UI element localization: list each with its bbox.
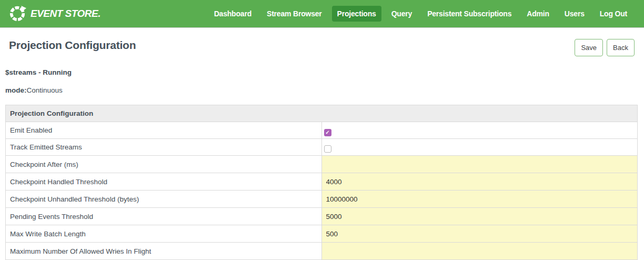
table-row: Pending Events Threshold bbox=[6, 208, 638, 225]
table-row: Checkpoint Unhandled Threshold (bytes) bbox=[6, 191, 638, 208]
pending-events-threshold-input[interactable] bbox=[322, 208, 638, 225]
emit-enabled-value-cell: ✓ bbox=[321, 122, 638, 139]
checkpoint-unhandled-threshold-bytes-input[interactable] bbox=[322, 191, 638, 207]
nav-item-query[interactable]: Query bbox=[386, 6, 417, 22]
pending-events-threshold-value-cell bbox=[321, 208, 638, 225]
table-row: Max Write Batch Length bbox=[6, 225, 638, 243]
nav-item-log-out[interactable]: Log Out bbox=[595, 6, 632, 22]
checkpoint-handled-threshold-value-cell bbox=[321, 173, 638, 191]
mode-line: mode:Continuous bbox=[5, 86, 644, 94]
table-row: Emit Enabled✓ bbox=[6, 122, 638, 139]
checkpoint-after-ms-value-cell bbox=[321, 156, 638, 173]
nav-item-projections[interactable]: Projections bbox=[332, 6, 381, 22]
nav-item-users[interactable]: Users bbox=[559, 6, 590, 22]
table-header: Projection Configuration bbox=[6, 105, 638, 122]
checkpoint-handled-threshold-input[interactable] bbox=[322, 173, 638, 190]
maximum-number-of-allowed-wries-in-flight-input[interactable] bbox=[322, 243, 638, 259]
emit-enabled-label: Emit Enabled bbox=[6, 122, 322, 139]
nav-items: DashboardStream BrowserProjectionsQueryP… bbox=[209, 6, 632, 22]
event-store-logo[interactable]: EVENT STORE. bbox=[8, 5, 100, 23]
max-write-batch-length-value-cell bbox=[321, 225, 638, 243]
table-row: Maximum Number Of Allowed Wries In Fligh… bbox=[6, 243, 638, 260]
logo-text: EVENT STORE. bbox=[31, 8, 100, 19]
maximum-number-of-allowed-wries-in-flight-value-cell bbox=[321, 243, 638, 260]
pending-events-threshold-label: Pending Events Threshold bbox=[6, 208, 322, 225]
mode-label: mode: bbox=[5, 86, 27, 94]
nav-item-admin[interactable]: Admin bbox=[521, 6, 555, 22]
nav-item-dashboard[interactable]: Dashboard bbox=[209, 6, 257, 22]
emit-enabled-checkbox[interactable]: ✓ bbox=[324, 129, 331, 136]
nav-item-stream-browser[interactable]: Stream Browser bbox=[261, 6, 327, 22]
track-emitted-streams-checkbox[interactable] bbox=[324, 145, 331, 153]
projection-status: $streams - Running bbox=[5, 68, 644, 76]
nav-item-persistent-subscriptions[interactable]: Persistent Subscriptions bbox=[422, 6, 517, 22]
checkpoint-unhandled-threshold-bytes-label: Checkpoint Unhandled Threshold (bytes) bbox=[6, 191, 322, 208]
table-row: Checkpoint Handled Threshold bbox=[6, 173, 638, 191]
track-emitted-streams-value-cell bbox=[321, 139, 638, 156]
projection-configuration-table: Projection Configuration Emit Enabled✓Tr… bbox=[5, 105, 638, 260]
table-header-row: Projection Configuration bbox=[6, 105, 638, 122]
max-write-batch-length-label: Max Write Batch Length bbox=[6, 225, 322, 243]
save-button[interactable]: Save bbox=[575, 39, 603, 56]
checkpoint-after-ms-input[interactable] bbox=[322, 156, 638, 173]
checkpoint-after-ms-label: Checkpoint After (ms) bbox=[6, 156, 322, 173]
navbar: EVENT STORE. DashboardStream BrowserProj… bbox=[0, 0, 644, 28]
page-title: Projection Configuration bbox=[9, 39, 136, 52]
table-row: Checkpoint After (ms) bbox=[6, 156, 638, 173]
checkpoint-unhandled-threshold-bytes-value-cell bbox=[321, 191, 638, 208]
back-button[interactable]: Back bbox=[607, 39, 635, 56]
maximum-number-of-allowed-wries-in-flight-label: Maximum Number Of Allowed Wries In Fligh… bbox=[6, 243, 322, 260]
checkpoint-handled-threshold-label: Checkpoint Handled Threshold bbox=[6, 173, 322, 191]
page-header: Projection Configuration Save Back bbox=[0, 28, 644, 56]
max-write-batch-length-input[interactable] bbox=[322, 225, 638, 242]
mode-value: Continuous bbox=[27, 86, 63, 94]
track-emitted-streams-label: Track Emitted Streams bbox=[6, 139, 322, 156]
table-row: Track Emitted Streams bbox=[6, 139, 638, 156]
header-buttons: Save Back bbox=[575, 39, 635, 56]
event-store-logo-icon bbox=[8, 5, 26, 23]
